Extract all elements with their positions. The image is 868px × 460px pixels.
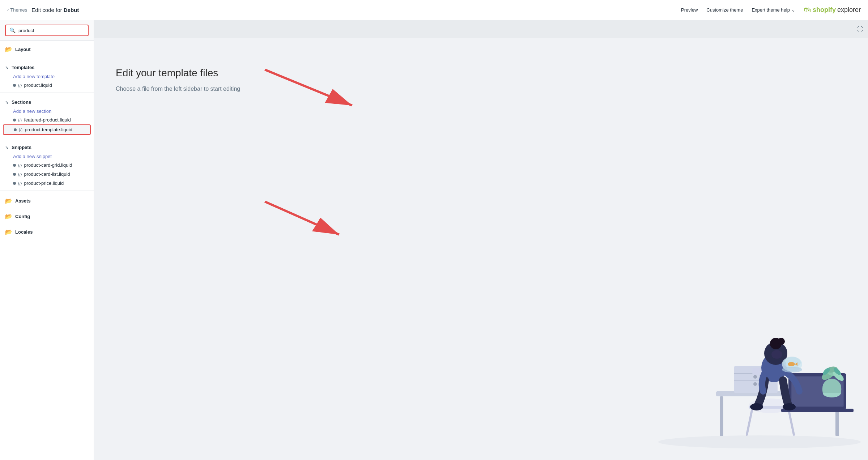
svg-point-24 [778,338,785,345]
sections-expand-icon: ↘ [5,100,9,105]
svg-line-13 [747,409,752,435]
file-dot [13,182,16,185]
svg-point-0 [658,435,861,448]
snippets-expand-icon: ↘ [5,145,9,150]
folder-icon: 📂 [5,229,12,235]
topnav-left: ‹ Themes Edit code for Debut [7,7,79,13]
file-icon: {/} [18,118,22,122]
file-icon: {/} [19,128,22,132]
svg-point-25 [771,350,782,359]
content-topbar: ⛶ [94,20,868,38]
expert-help-link[interactable]: Expert theme help ⌄ [752,7,795,13]
file-dot [13,164,16,167]
folder-icon: 📂 [5,197,12,204]
file-dot [13,173,16,176]
file-icon: {/} [18,181,22,186]
layout-header[interactable]: 📂 Layout [0,42,94,55]
svg-line-14 [788,409,794,435]
assets-header[interactable]: 📂 Assets [0,194,94,206]
back-link[interactable]: ‹ Themes [7,7,27,13]
topnav: ‹ Themes Edit code for Debut Preview Cus… [0,0,868,20]
shopify-logo-icon: 🛍 [804,6,811,14]
folder-icon: 📂 [5,46,12,53]
svg-rect-2 [720,396,723,436]
edit-area: Edit your template files Choose a file f… [94,38,868,122]
config-header[interactable]: 📂 Config [0,209,94,222]
shopify-text: shopify [813,6,836,14]
snippets-header[interactable]: ↘ Snippets [0,141,94,152]
snippet-file-product-price[interactable]: {/} product-price.liquid [0,179,94,188]
svg-point-36 [788,362,795,366]
search-container: 🔍 [0,20,94,41]
svg-point-8 [753,382,757,386]
sidebar-sections-section: ↘ Sections Add a new section {/} feature… [0,94,94,136]
file-icon: {/} [18,163,22,167]
search-input[interactable] [18,28,84,33]
svg-point-20 [750,403,763,410]
file-icon: {/} [18,83,22,88]
folder-icon: 📂 [5,213,12,220]
sidebar-layout-section: 📂 Layout [0,41,94,56]
main-layout: 🔍 📂 Layout ↘ Templates Add a new templat… [0,20,868,460]
file-icon: {/} [18,172,22,176]
fullscreen-button[interactable]: ⛶ [857,26,863,33]
sections-header[interactable]: ↘ Sections [0,96,94,107]
snippet-file-product-card-list[interactable]: {/} product-card-list.liquid [0,170,94,179]
search-box: 🔍 [5,25,89,36]
customize-theme-link[interactable]: Customize theme [706,7,743,13]
section-file-featured-product[interactable]: {/} featured-product.liquid [0,115,94,124]
add-new-snippet-link[interactable]: Add a new snippet [0,152,94,161]
file-dot [13,119,16,122]
sidebar-assets-section: 📂 Assets [0,192,94,208]
back-label: Themes [10,7,27,13]
chevron-left-icon: ‹ [7,7,9,13]
svg-point-35 [782,367,802,372]
sidebar-locales-section: 📂 Locales [0,223,94,239]
chevron-down-icon: ⌄ [791,7,795,13]
page-title: Edit code for Debut [31,7,79,13]
section-file-product-template[interactable]: {/} product-template.liquid [3,124,91,135]
template-file-product[interactable]: {/} product.liquid [0,81,94,90]
illustration [615,261,868,460]
explorer-text: explorer [837,6,861,14]
svg-line-42 [265,202,339,235]
edit-title: Edit your template files [116,67,218,79]
sidebar-snippets-section: ↘ Snippets Add a new snippet {/} product… [0,140,94,189]
edit-subtitle: Choose a file from the left sidebar to s… [116,85,240,93]
topnav-right: Preview Customize theme Expert theme hel… [681,6,861,14]
sidebar-config-section: 📂 Config [0,208,94,223]
sidebar-templates-section: ↘ Templates Add a new template {/} produ… [0,60,94,91]
shopify-explorer-logo: 🛍 shopifyexplorer [804,6,861,14]
svg-point-21 [783,403,796,410]
content-area: ⛶ Edit your template files Choose a file… [94,20,868,460]
locales-header[interactable]: 📂 Locales [0,225,94,238]
file-dot-active [14,128,17,131]
preview-link[interactable]: Preview [681,7,698,13]
add-new-section-link[interactable]: Add a new section [0,107,94,115]
file-dot [13,84,16,87]
templates-header[interactable]: ↘ Templates [0,61,94,72]
svg-point-7 [753,375,757,379]
add-new-template-link[interactable]: Add a new template [0,72,94,81]
templates-expand-icon: ↘ [5,65,9,70]
search-icon: 🔍 [9,27,16,33]
sidebar: 🔍 📂 Layout ↘ Templates Add a new templat… [0,20,94,460]
snippet-file-product-card-grid[interactable]: {/} product-card-grid.liquid [0,161,94,170]
